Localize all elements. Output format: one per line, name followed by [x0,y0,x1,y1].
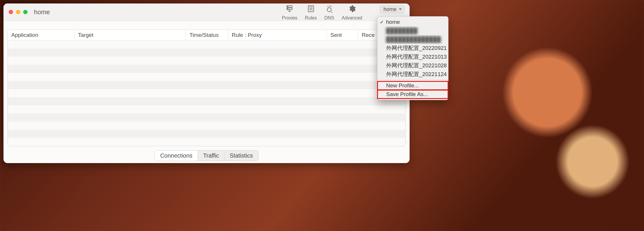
window-title: home [34,8,50,16]
view-segmented-control: Connections Traffic Statistics [155,150,258,161]
table-row [8,122,405,130]
table-header: Application Target Time/Status Rule : Pr… [8,30,405,40]
profile-item-label: 外网代理配置_20221124 [386,71,447,78]
chevron-down-icon [399,8,402,10]
svg-text:.COM: .COM [327,5,332,7]
profile-item-label: 外网代理配置_20221028 [386,62,447,69]
profile-item-label: ████████ [386,28,417,34]
dns-label: DNS [324,15,334,21]
menu-item-label: Save Profile As... [386,91,428,98]
svg-line-12 [331,12,333,13]
check-icon: ✓ [380,19,384,25]
advanced-button[interactable]: Advanced [342,5,362,21]
titlebar: home Proxies [3,3,410,21]
table-row [8,73,405,81]
table-row [8,65,405,73]
tab-connections[interactable]: Connections [155,151,198,161]
profile-select[interactable]: home [380,5,404,13]
svg-point-3 [288,9,288,9]
profile-item[interactable]: 外网代理配置_20220921 [377,44,448,53]
profile-select-value: home [383,6,397,12]
profile-item-label: 外网代理配置_20221013 [386,53,447,61]
profile-item-redacted[interactable]: ██████████████ [377,35,448,44]
rules-label: Rules [305,15,317,21]
tab-traffic[interactable]: Traffic [198,151,224,161]
profile-item-label: 外网代理配置_20220921 [386,44,447,52]
col-application[interactable]: Application [8,30,75,40]
dns-button[interactable]: .COM DNS [324,5,334,21]
save-profile-as-menuitem[interactable]: Save Profile As... [377,90,448,99]
proxies-label: Proxies [282,15,297,21]
connections-table: Application Target Time/Status Rule : Pr… [8,30,406,146]
rules-button[interactable]: Rules [305,5,317,21]
table-row [8,89,405,97]
table-body [8,40,405,146]
table-row [8,105,405,113]
svg-point-2 [288,6,288,7]
window-controls [9,10,28,14]
col-sent[interactable]: Sent [327,30,358,40]
server-icon [285,5,294,14]
profile-item-home[interactable]: ✓ home [377,18,448,26]
proxies-button[interactable]: Proxies [282,5,297,21]
menu-item-label: New Profile... [386,82,419,89]
table-row [8,138,405,146]
footer-tabs: Connections Traffic Statistics [3,149,410,163]
minimize-window-button[interactable] [16,10,20,14]
table-row [8,57,405,65]
list-icon [307,5,315,14]
table-row [8,130,405,138]
col-rule-proxy[interactable]: Rule : Proxy [228,30,327,40]
table-row [8,48,405,57]
col-target[interactable]: Target [75,30,186,40]
new-profile-menuitem[interactable]: New Profile... [377,81,448,90]
svg-rect-6 [308,6,314,12]
menu-separator [377,80,448,80]
col-time-status[interactable]: Time/Status [186,30,228,40]
tab-statistics[interactable]: Statistics [225,151,258,161]
profile-item[interactable]: 外网代理配置_20221124 [377,70,448,79]
zoom-window-button[interactable] [23,10,28,14]
table-row [8,97,405,105]
close-window-button[interactable] [9,10,13,14]
profile-item-label: home [386,19,400,25]
table-row [8,113,405,122]
profile-item[interactable]: 外网代理配置_20221028 [377,61,448,70]
profile-dropdown-menu: ✓ home ████████ ██████████████ 外网代理配置_20… [377,16,448,100]
table-row [8,81,405,89]
gear-icon [348,5,356,14]
connections-table-wrap: Application Target Time/Status Rule : Pr… [3,21,410,149]
table-row [8,40,405,48]
profile-item[interactable]: 外网代理配置_20221013 [377,53,448,61]
dns-icon: .COM [325,5,334,14]
profile-item-redacted[interactable]: ████████ [377,26,448,35]
svg-point-11 [327,8,331,12]
app-window: home Proxies [3,3,410,163]
profile-item-label: ██████████████ [386,36,441,43]
advanced-label: Advanced [342,15,362,21]
